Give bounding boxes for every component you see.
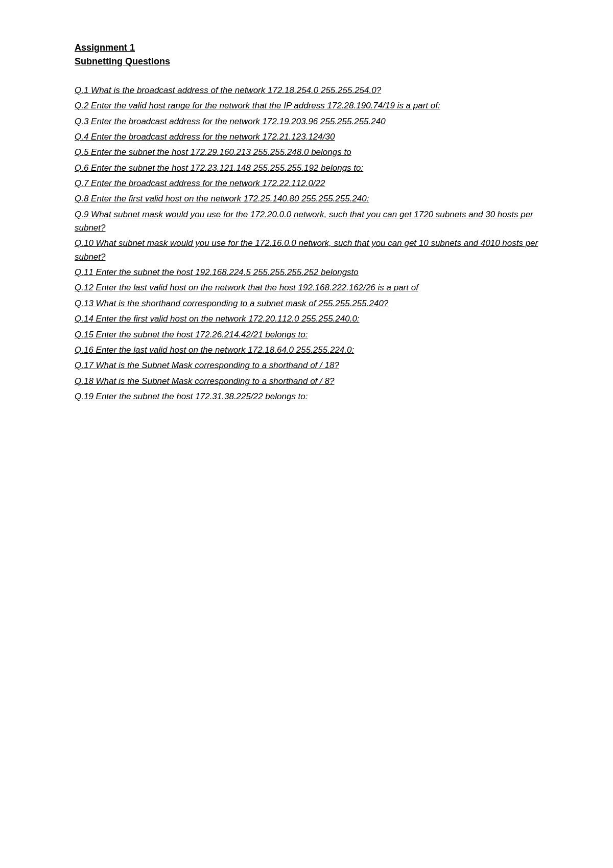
question-item-q17: Q.17 What is the Subnet Mask correspondi… — [75, 359, 538, 372]
question-item-q8: Q.8 Enter the first valid host on the ne… — [75, 192, 538, 205]
question-item-q1: Q.1 What is the broadcast address of the… — [75, 84, 538, 97]
question-item-q16: Q.16 Enter the last valid host on the ne… — [75, 344, 538, 357]
question-item-q4: Q.4 Enter the broadcast address for the … — [75, 130, 538, 144]
question-item-q13: Q.13 What is the shorthand corresponding… — [75, 297, 538, 310]
question-item-q3: Q.3 Enter the broadcast address for the … — [75, 115, 538, 128]
question-item-q19: Q.19 Enter the subnet the host 172.31.38… — [75, 390, 538, 403]
assignment-line1: Assignment 1 — [75, 42, 135, 53]
question-item-q11: Q.11 Enter the subnet the host 192.168.2… — [75, 266, 538, 279]
questions-list: Q.1 What is the broadcast address of the… — [75, 84, 538, 403]
question-item-q18: Q.18 What is the Subnet Mask correspondi… — [75, 375, 538, 388]
question-item-q10: Q.10 What subnet mask would you use for … — [75, 237, 538, 264]
assignment-title: Assignment 1 Subnetting Questions — [75, 41, 538, 68]
question-item-q14: Q.14 Enter the first valid host on the n… — [75, 312, 538, 326]
question-item-q2: Q.2 Enter the valid host range for the n… — [75, 99, 538, 112]
assignment-line2: Subnetting Questions — [75, 56, 170, 66]
question-item-q12: Q.12 Enter the last valid host on the ne… — [75, 281, 538, 294]
question-item-q15: Q.15 Enter the subnet the host 172.26.21… — [75, 328, 538, 341]
question-item-q5: Q.5 Enter the subnet the host 172.29.160… — [75, 146, 538, 159]
question-item-q7: Q.7 Enter the broadcast address for the … — [75, 177, 538, 190]
question-item-q9: Q.9 What subnet mask would you use for t… — [75, 208, 538, 235]
question-item-q6: Q.6 Enter the subnet the host 172.23.121… — [75, 162, 538, 175]
page-header: Assignment 1 Subnetting Questions — [75, 41, 538, 68]
